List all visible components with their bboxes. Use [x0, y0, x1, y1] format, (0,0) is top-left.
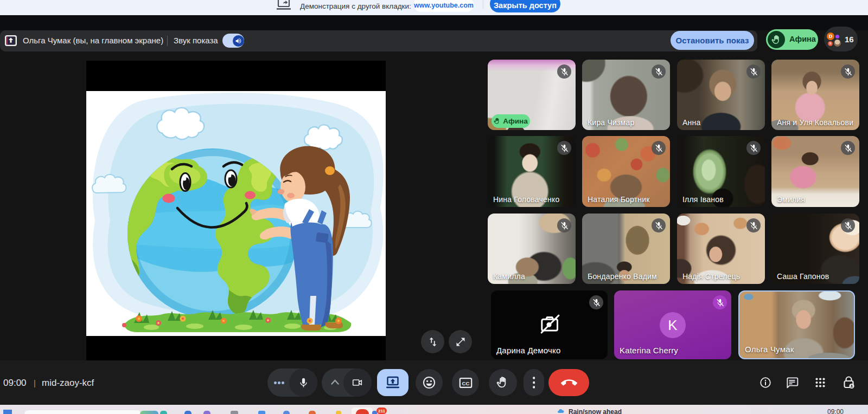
svg-text:CC: CC — [462, 380, 469, 386]
